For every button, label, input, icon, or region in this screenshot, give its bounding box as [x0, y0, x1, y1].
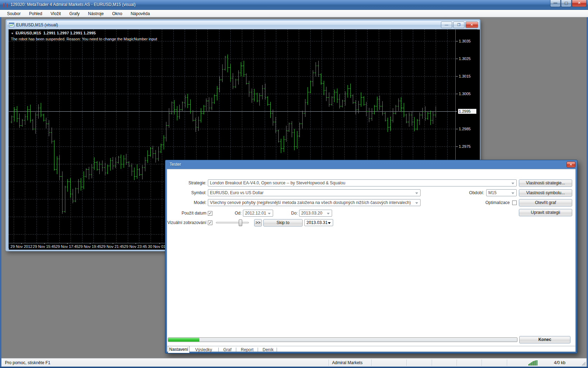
- model-value: Všechny cenové pohyby (nejpřesnější meto…: [210, 200, 411, 205]
- time-tick: 29 Nov 23:45: [124, 244, 147, 249]
- optimization-label: Optimalizace: [464, 199, 510, 206]
- status-separator: [507, 360, 507, 366]
- restore-icon: ❐: [457, 23, 461, 27]
- symbol-combobox[interactable]: EURUSD, Euro vs US Dollar: [208, 189, 421, 196]
- status-separator: [329, 360, 329, 366]
- to-date-value: 2013.03.20: [301, 211, 322, 216]
- price-tick: 1.3005: [459, 91, 477, 96]
- step-forward-button[interactable]: >>: [254, 219, 262, 226]
- time-tick: 29 Nov 15:45: [33, 244, 55, 249]
- main-titlebar: 129320: MetaTrader 4 Admiral Markets AS …: [0, 0, 588, 10]
- menu-napoveda[interactable]: Nápověda: [126, 10, 154, 17]
- to-date-combobox[interactable]: 2013.03.20: [299, 210, 332, 217]
- price-tick: 1.2985: [459, 126, 477, 131]
- window-border: [0, 367, 588, 368]
- chart-restore-button[interactable]: ❐: [453, 21, 464, 28]
- maximize-button[interactable]: ▢: [561, 0, 572, 7]
- edit-strategy-button[interactable]: Upravit strategii: [519, 209, 572, 216]
- tab-divider: [258, 348, 258, 352]
- status-separator: [432, 360, 432, 366]
- current-price-tag: 1.2995: [458, 109, 476, 114]
- period-label: Období:: [457, 189, 484, 196]
- menu-grafy[interactable]: Grafy: [65, 10, 84, 17]
- close-icon: ✕: [470, 23, 473, 27]
- chart-window-titlebar[interactable]: EURUSD,M15 (visual) — ❐ ✕: [7, 21, 479, 29]
- chart-close-button[interactable]: ✕: [465, 21, 478, 28]
- time-tick: 29 Nov 21:45: [101, 244, 124, 249]
- chevron-down-icon: [511, 183, 514, 184]
- resize-grip-icon[interactable]: [581, 361, 586, 366]
- tab-nastaveni[interactable]: Nastavení: [168, 346, 190, 353]
- model-combobox[interactable]: Všechny cenové pohyby (nejpřesnější meto…: [208, 199, 421, 206]
- open-chart-button[interactable]: Otevřít graf: [519, 199, 572, 206]
- visual-speed-slider-thumb[interactable]: [239, 219, 242, 226]
- menu-pohled[interactable]: Pohled: [25, 10, 46, 17]
- chart-window-icon: [9, 22, 14, 28]
- minimize-icon: —: [445, 23, 448, 27]
- from-label: Od:: [225, 210, 242, 217]
- menu-soubor[interactable]: Soubor: [3, 10, 25, 17]
- menu-okno[interactable]: Okno: [108, 10, 126, 17]
- chevron-down-icon: [415, 202, 418, 204]
- tab-graf[interactable]: Graf: [223, 346, 231, 353]
- close-button[interactable]: ✕: [572, 0, 587, 7]
- tab-report[interactable]: Report: [241, 346, 253, 353]
- chart-symbol-label: EURUSD,M15: [15, 31, 41, 35]
- menu-nastroje[interactable]: Nástroje: [84, 10, 108, 17]
- to-label: Do:: [282, 210, 298, 217]
- robot-suspended-message: The robot has been suspended. Reason: Yo…: [11, 37, 157, 41]
- tab-divider: [236, 348, 236, 352]
- optimization-checkbox[interactable]: [512, 201, 517, 205]
- tester-client-area: Strategie: London Breakout EA-V4.0, Open…: [167, 169, 576, 352]
- traffic-histogram-icon: [528, 360, 539, 366]
- tester-titlebar[interactable]: Tester ✕: [165, 160, 577, 169]
- tab-denik[interactable]: Deník: [263, 346, 273, 353]
- price-tick: 1.3025: [459, 56, 477, 61]
- tester-close-button[interactable]: ✕: [567, 162, 575, 167]
- statusbar: Pro pomoc, stiskněte F1 Admiral Markets …: [1, 358, 587, 367]
- traffic-counter: 4/0 kb: [554, 360, 566, 365]
- skip-to-date-combobox[interactable]: 2013.03.31: [304, 219, 333, 226]
- chart-window-title: EURUSD,M15 (visual): [16, 22, 58, 27]
- status-help-text: Pro pomoc, stiskněte F1: [5, 360, 50, 365]
- time-tick: 29 Nov 2012: [11, 244, 32, 249]
- price-tick: 1.2975: [459, 144, 477, 149]
- close-icon: ✕: [569, 163, 572, 166]
- status-separator: [407, 360, 407, 366]
- visual-mode-label: Vizuální zobrazování: [167, 219, 206, 226]
- chevron-down-icon: [328, 222, 331, 224]
- time-tick: 29 Nov 19:45: [78, 244, 101, 249]
- collapse-arrow-icon[interactable]: ▼: [11, 32, 14, 35]
- minimize-icon: —: [554, 0, 557, 6]
- tester-window: Tester ✕ Strategie: London Breakout EA-V…: [165, 160, 577, 354]
- chart-overlay: ▼EURUSD,M15 1.2991 1.2997 1.2991 1.2995 …: [11, 31, 157, 41]
- model-label: Model:: [167, 199, 206, 206]
- visual-mode-checkbox[interactable]: ✓: [208, 221, 212, 225]
- chart-minimize-button[interactable]: —: [441, 21, 452, 28]
- use-date-checkbox[interactable]: ✓: [208, 211, 212, 216]
- strategy-label: Strategie:: [167, 179, 206, 186]
- from-date-combobox[interactable]: 2012.12.01: [243, 210, 273, 217]
- maximize-icon: ▢: [564, 0, 568, 6]
- menu-vlozit[interactable]: Vložit: [46, 10, 65, 17]
- strategy-combobox[interactable]: London Breakout EA-V4.0, Open source -- …: [208, 179, 517, 186]
- chevron-down-icon: [327, 213, 330, 215]
- symbol-properties-button[interactable]: Vlastnosti symbolu...: [519, 189, 572, 197]
- stop-button[interactable]: Konec: [519, 336, 570, 343]
- skip-to-date-value: 2013.03.31: [306, 220, 328, 225]
- tab-vysledky[interactable]: Výsledky: [195, 346, 212, 353]
- strategy-properties-button[interactable]: Vlastnosti strategie...: [519, 179, 572, 187]
- metatrader-main-window: 129320: MetaTrader 4 Admiral Markets AS …: [0, 0, 588, 368]
- use-date-label: Použít datum: [167, 210, 206, 217]
- test-progress-bar: [168, 337, 517, 342]
- status-account-text: Admiral Markets: [332, 360, 363, 365]
- visual-speed-slider[interactable]: [216, 222, 249, 223]
- chevron-down-icon: [268, 213, 271, 215]
- symbol-value: EURUSD, Euro vs US Dollar: [210, 190, 264, 195]
- test-progress-fill: [168, 338, 199, 342]
- minimize-button[interactable]: —: [550, 0, 561, 7]
- skip-to-button[interactable]: Skip to: [263, 219, 303, 226]
- status-separator: [457, 360, 457, 366]
- chevron-down-icon: [511, 192, 514, 194]
- period-combobox[interactable]: M15: [486, 189, 517, 196]
